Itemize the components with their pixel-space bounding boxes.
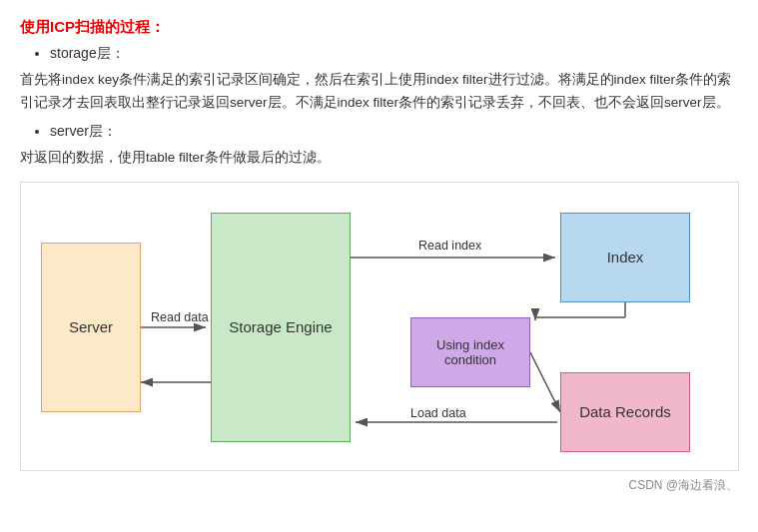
using-index-condition-box: Using index condition: [410, 317, 530, 387]
storage-engine-box: Storage Engine: [211, 213, 351, 442]
read-data-label: Read data: [151, 310, 209, 324]
server-label: server层：: [50, 123, 738, 141]
title: 使用ICP扫描的过程：: [20, 18, 738, 37]
paragraph-1: 首先将index key条件满足的索引记录区间确定，然后在索引上使用index …: [20, 69, 738, 115]
read-index-label: Read index: [418, 239, 481, 253]
watermark: CSDN @海边看浪、: [20, 477, 738, 494]
paragraph-2: 对返回的数据，使用table filter条件做最后的过滤。: [20, 147, 738, 170]
server-box: Server: [41, 243, 141, 412]
icp-diagram: Server Storage Engine Index Using index …: [20, 182, 739, 471]
load-data-label: Load data: [410, 406, 466, 420]
storage-label: storage层：: [50, 45, 738, 63]
data-records-box: Data Records: [560, 372, 690, 452]
svg-line-5: [530, 352, 560, 412]
index-box: Index: [560, 213, 690, 302]
